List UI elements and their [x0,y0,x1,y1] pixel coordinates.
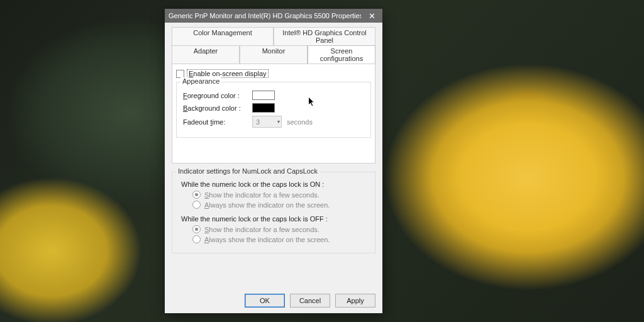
radio-icon[interactable] [192,191,201,199]
enable-osd-label: Enable on-screen display [187,69,269,78]
on-always-show[interactable]: Always show the indicator on the screen. [192,201,369,209]
tab-screen-configurations[interactable]: Screen configurations [308,45,375,64]
chevron-down-icon: ▾ [277,119,280,125]
radio-icon[interactable] [192,235,201,243]
indicator-on-heading: While the numeric lock or the caps lock … [181,180,369,188]
background-color-swatch[interactable] [252,103,275,113]
off-show-few-seconds[interactable]: Show the indicator for a few seconds. [192,225,369,233]
foreground-color-label: Foreground color : [183,92,247,99]
background-color-label: Background color : [183,104,247,112]
close-icon[interactable]: ✕ [361,9,382,23]
fadeout-time-value: 3 [256,118,260,126]
tab-intel-control-panel[interactable]: Intel® HD Graphics Control Panel [274,27,375,45]
radio-icon[interactable] [192,225,201,233]
tab-panel: Enable on-screen display Appearance Fore… [172,64,375,164]
tab-color-management[interactable]: Color Management [172,27,274,45]
enable-osd-checkbox[interactable] [176,70,184,78]
titlebar[interactable]: Generic PnP Monitor and Intel(R) HD Grap… [165,9,382,23]
enable-osd-row[interactable]: Enable on-screen display [176,69,371,78]
properties-dialog: Generic PnP Monitor and Intel(R) HD Grap… [165,9,382,313]
fadeout-time-unit: seconds [287,118,313,126]
indicator-group: Indicator settings for NumLock and CapsL… [172,172,375,253]
indicator-off-heading: While the numeric lock or the caps lock … [181,215,369,223]
fadeout-time-label: Fadeout time: [183,118,247,126]
window-title: Generic PnP Monitor and Intel(R) HD Grap… [165,12,361,19]
indicator-legend: Indicator settings for NumLock and CapsL… [176,167,319,175]
dialog-buttons: OK Cancel Apply [245,294,375,308]
background-color-row: Background color : [183,103,364,113]
client-area: Color Management Intel® HD Graphics Cont… [165,23,382,313]
appearance-legend: Appearance [180,77,221,85]
apply-button[interactable]: Apply [335,294,375,308]
foreground-color-row: Foreground color : [183,91,364,100]
fadeout-time-combo[interactable]: 3 ▾ [252,116,282,128]
tab-monitor[interactable]: Monitor [240,45,308,64]
fadeout-time-row: Fadeout time: 3 ▾ seconds [183,116,364,128]
tab-strip: Color Management Intel® HD Graphics Cont… [172,27,375,64]
foreground-color-swatch[interactable] [252,91,275,100]
ok-button[interactable]: OK [245,294,285,308]
on-show-few-seconds[interactable]: Show the indicator for a few seconds. [192,191,369,199]
cancel-button[interactable]: Cancel [290,294,330,308]
radio-icon[interactable] [192,201,201,209]
tab-adapter[interactable]: Adapter [172,45,240,64]
off-always-show[interactable]: Always show the indicator on the screen. [192,235,369,243]
appearance-group: Appearance Foreground color : Background… [176,82,371,138]
